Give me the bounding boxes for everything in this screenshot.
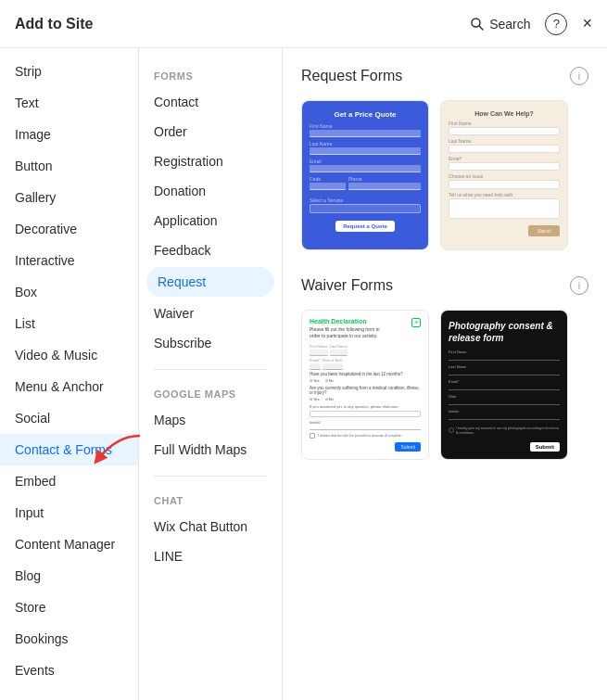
- sidebar-item-menu-anchor[interactable]: Menu & Anchor: [0, 371, 138, 402]
- health-label-dob: Date of Birth: [322, 358, 343, 363]
- divider-2: [154, 476, 267, 477]
- waiver-forms-info-icon[interactable]: i: [570, 276, 588, 295]
- sidebar-item-input[interactable]: Input: [0, 497, 138, 528]
- middle-item-contact[interactable]: Contact: [139, 87, 282, 117]
- help-button[interactable]: ?: [545, 13, 567, 35]
- card-preview-blue: Get a Price Quote First Name Last Name E…: [302, 101, 428, 249]
- sidebar-item-decorative[interactable]: Decorative: [0, 213, 138, 245]
- sidebar-item-social[interactable]: Social: [0, 402, 138, 434]
- sidebar-item-video-music[interactable]: Video & Music: [0, 339, 138, 371]
- health-field-initials: [310, 426, 421, 430]
- photo-label-date: Date: [449, 394, 560, 399]
- mini-btn-send: Send: [528, 225, 560, 236]
- photo-field-email: [449, 385, 560, 390]
- sidebar-item-list[interactable]: List: [0, 308, 138, 339]
- sidebar-item-image[interactable]: Image: [0, 119, 138, 150]
- request-forms-title: Request Forms: [301, 68, 402, 84]
- health-radio-row1: ⊙ Yes ⊙ No: [310, 378, 421, 383]
- health-radio-row2: ⊙ Yes ⊙ No: [310, 397, 421, 401]
- mini-label-choose: Choose an issue: [449, 173, 560, 179]
- middle-item-feedback[interactable]: Feedback: [139, 235, 282, 265]
- sidebar-item-contact-forms[interactable]: Contact & Forms: [0, 434, 138, 465]
- health-checkbox-row: I declare that the info I've provided is…: [310, 433, 421, 439]
- sidebar-item-strip[interactable]: Strip: [0, 56, 138, 87]
- middle-item-wix-chat[interactable]: Wix Chat Button: [139, 512, 282, 541]
- health-radio-yes1: ⊙ Yes: [310, 378, 320, 383]
- photo-label-email: Email*: [449, 379, 560, 384]
- health-plus-icon: +: [411, 318, 421, 327]
- mini-label-service: Select a Service: [310, 197, 421, 203]
- photo-radio: [449, 427, 454, 433]
- middle-item-donation[interactable]: Donation: [139, 176, 282, 206]
- chat-section-label: CHAT: [139, 488, 282, 512]
- request-forms-header: Request Forms i: [301, 67, 588, 85]
- mini-field-code: [310, 183, 346, 190]
- sidebar-item-button[interactable]: Button: [0, 150, 138, 182]
- sidebar-item-blog[interactable]: Blog: [0, 560, 138, 592]
- health-label-details: If you answered yes to any question, ple…: [310, 404, 421, 409]
- middle-item-waiver[interactable]: Waiver: [139, 299, 282, 328]
- health-field-fn: [310, 350, 328, 356]
- health-title: Health Declaration: [310, 318, 380, 325]
- mini-field-email: [310, 165, 421, 172]
- divider-1: [154, 369, 267, 370]
- health-radio-yes2: ⊙ Yes: [310, 397, 320, 401]
- sidebar-item-text[interactable]: Text: [0, 87, 138, 119]
- waiver-forms-header: Waiver Forms i: [301, 276, 588, 295]
- mini-label-code: Code: [310, 176, 346, 182]
- sidebar-item-gallery[interactable]: Gallery: [0, 182, 138, 213]
- middle-item-order[interactable]: Order: [139, 117, 282, 146]
- search-button[interactable]: Search: [470, 17, 530, 32]
- mini-label-ln: Last Name: [449, 138, 560, 144]
- request-forms-cards: Get a Price Quote First Name Last Name E…: [301, 100, 588, 250]
- middle-item-subscribe[interactable]: Subscribe: [139, 328, 282, 358]
- sidebar-item-bookings[interactable]: Bookings: [0, 623, 138, 655]
- health-radio-no1: ⊙ No: [325, 378, 334, 383]
- mini-field-lastname: [310, 147, 421, 155]
- search-label: Search: [489, 17, 530, 32]
- middle-item-request[interactable]: Request: [146, 267, 274, 297]
- mini-label-phone: Phone: [348, 176, 421, 182]
- mini-field-service: [310, 204, 421, 213]
- photo-label-initials: Initials: [449, 409, 560, 414]
- top-bar-actions: Search ? ×: [470, 13, 592, 35]
- photo-field-ln: [449, 370, 560, 375]
- card-preview-photo: Photography consent & release form First…: [441, 311, 567, 459]
- health-field-dob: [322, 363, 343, 370]
- card-preview-health: Health Declaration Please fill out the f…: [302, 311, 428, 459]
- card-photography-consent[interactable]: Photography consent & release form First…: [440, 310, 568, 460]
- mini-label-lastname: Last Name: [310, 141, 421, 146]
- sidebar-item-store[interactable]: Store: [0, 592, 138, 623]
- request-forms-info-icon[interactable]: i: [570, 67, 588, 85]
- health-label-email: Email*: [310, 358, 321, 363]
- sidebar-item-events[interactable]: Events: [0, 655, 138, 686]
- health-dob-row: Email* Date of Birth: [310, 358, 421, 370]
- sidebar-item-box[interactable]: Box: [0, 276, 138, 308]
- photo-title: Photography consent & release form: [449, 320, 560, 344]
- sidebar-item-interactive[interactable]: Interactive: [0, 245, 138, 276]
- health-agree-text: I declare that the info I've provided is…: [318, 434, 402, 438]
- card-health-declaration[interactable]: Health Declaration Please fill out the f…: [301, 310, 429, 460]
- card-how-can-we-help[interactable]: How Can We Help? First Name Last Name Em…: [440, 100, 568, 250]
- middle-item-registration[interactable]: Registration: [139, 146, 282, 176]
- close-button[interactable]: ×: [582, 14, 592, 33]
- health-label-fn: First Name: [310, 344, 328, 349]
- sidebar-item-embed[interactable]: Embed: [0, 465, 138, 497]
- photo-field-fn: [449, 355, 560, 361]
- middle-item-maps[interactable]: Maps: [139, 405, 282, 435]
- svg-line-1: [479, 26, 483, 30]
- health-question1: Have you been hospitalized in the last 1…: [310, 372, 421, 376]
- photo-field-date: [449, 400, 560, 405]
- middle-item-full-width-maps[interactable]: Full Width Maps: [139, 435, 282, 465]
- middle-panel: FORMS Contact Order Registration Donatio…: [139, 48, 283, 700]
- photo-submit-btn: Submit: [530, 442, 560, 452]
- middle-item-line[interactable]: LINE: [139, 541, 282, 571]
- mini-label-email: Email: [310, 159, 421, 164]
- card-get-price-quote[interactable]: Get a Price Quote First Name Last Name E…: [301, 100, 429, 250]
- sidebar-item-content-manager[interactable]: Content Manager: [0, 528, 138, 560]
- mini-title-price-quote: Get a Price Quote: [334, 110, 396, 119]
- health-radio-no2: ⊙ No: [325, 397, 334, 401]
- forms-section-label: FORMS: [139, 63, 282, 87]
- middle-item-application[interactable]: Application: [139, 206, 282, 235]
- main-layout: Strip Text Image Button Gallery Decorati…: [0, 48, 607, 700]
